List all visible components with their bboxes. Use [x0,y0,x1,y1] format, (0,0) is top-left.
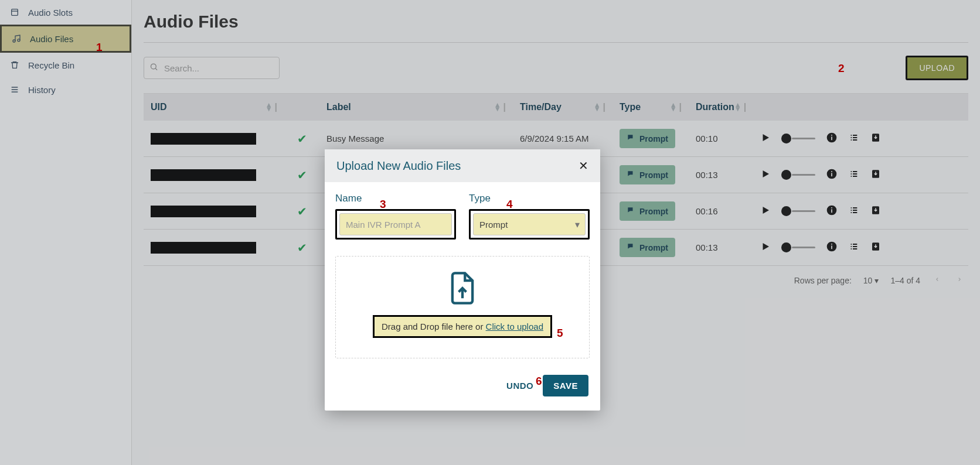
info-icon[interactable] [826,168,838,182]
type-badge: Prompt [620,238,675,257]
modal-title: Upload New Audio Files [336,159,461,173]
info-icon[interactable] [826,132,838,145]
type-field-label: Type [469,193,590,204]
uid-redacted [151,133,256,145]
rows-per-page-label: Rows per page: [794,276,852,285]
svg-point-2 [18,39,20,42]
sidebar-item-audio-files[interactable]: Audio Files [0,25,131,53]
next-page-button[interactable] [954,275,965,285]
svg-point-3 [151,64,156,69]
svg-rect-17 [831,245,832,249]
check-icon: ✔ [297,204,307,218]
download-icon[interactable] [870,204,881,218]
sidebar-item-label: Recycle Bin [28,60,74,70]
svg-rect-5 [831,136,832,140]
svg-rect-14 [831,207,832,208]
cell-duration: 00:10 [689,134,753,143]
toolbar: UPLOAD [144,43,968,86]
menu-icon[interactable] [848,169,860,180]
name-input[interactable] [339,213,452,235]
play-icon[interactable] [760,169,771,181]
name-field-label: Name [335,193,456,204]
search-wrap [144,57,280,79]
play-icon[interactable] [760,132,771,145]
sidebar-item-audio-slots[interactable]: Audio Slots [0,0,131,25]
page-title: Audio Files [144,0,968,43]
cell-duration: 00:16 [689,206,753,216]
volume-slider[interactable] [781,242,815,252]
download-icon[interactable] [870,168,881,182]
col-header-duration[interactable]: Duration▲▼| [689,102,753,112]
save-button[interactable]: SAVE [543,375,588,396]
cell-label: Busy Message [319,134,513,143]
type-badge: Prompt [620,201,675,221]
type-select[interactable] [473,213,586,235]
volume-slider[interactable] [781,134,815,143]
prompt-icon [627,242,635,252]
menu-icon[interactable] [848,242,860,253]
cell-duration: 00:13 [689,242,753,252]
menu-icon[interactable] [848,206,860,217]
col-header-label[interactable]: Label▲▼| [319,102,513,112]
volume-slider[interactable] [781,206,815,216]
check-icon: ✔ [297,132,307,146]
search-icon [149,63,158,74]
list-icon [9,84,20,95]
rows-per-page-select[interactable]: 10 ▾ [863,276,879,285]
uid-redacted [151,206,256,217]
file-dropzone[interactable]: Drag and Drop file here or Click to uplo… [335,256,590,358]
info-icon[interactable] [826,241,838,254]
volume-slider[interactable] [781,170,815,180]
svg-rect-13 [831,209,832,213]
col-header-time[interactable]: Time/Day▲▼| [513,102,612,112]
note-icon [11,33,22,44]
upload-button[interactable]: UPLOAD [906,56,968,80]
upload-file-icon [342,271,583,308]
prev-page-button[interactable] [932,275,942,285]
cell-time: 6/9/2024 9:15 AM [513,134,612,143]
search-input[interactable] [144,57,280,79]
table-header: UID▲▼| Label▲▼| Time/Day▲▼| Type▲▼| Dura… [144,94,968,121]
info-icon[interactable] [826,204,838,218]
svg-rect-10 [831,171,832,172]
col-header-uid[interactable]: UID▲▼| [144,102,284,112]
col-header-type[interactable]: Type▲▼| [612,102,689,112]
check-icon: ✔ [297,168,307,182]
click-to-upload-link[interactable]: Click to upload [486,322,543,331]
caret-down-icon: ▾ [874,276,879,285]
sidebar-item-label: Audio Slots [28,8,73,18]
download-icon[interactable] [870,241,881,254]
svg-rect-9 [831,173,832,176]
uid-redacted [151,242,256,254]
sidebar-item-recycle-bin[interactable]: Recycle Bin [0,53,131,77]
svg-point-1 [13,40,15,42]
modal-header: Upload New Audio Files ✕ [325,149,600,182]
type-badge: Prompt [620,129,675,148]
type-badge: Prompt [620,165,675,184]
prompt-icon [627,170,635,180]
svg-rect-6 [831,135,832,136]
sidebar-item-label: History [28,85,56,95]
svg-rect-18 [831,244,832,245]
prompt-icon [627,206,635,216]
undo-button[interactable]: UNDO [506,381,533,391]
trash-icon [9,60,20,70]
cell-duration: 00:13 [689,170,753,180]
menu-icon[interactable] [848,133,860,144]
close-icon[interactable]: ✕ [579,159,588,173]
upload-modal: Upload New Audio Files ✕ Name Type [325,149,600,411]
layers-icon [9,7,20,18]
play-icon[interactable] [760,205,771,217]
sidebar-item-label: Audio Files [30,34,73,44]
page-range: 1–4 of 4 [890,276,920,285]
uid-redacted [151,169,256,181]
sidebar-item-history[interactable]: History [0,77,131,102]
check-icon: ✔ [297,241,307,255]
svg-rect-0 [12,9,18,16]
sidebar: Audio Slots Audio Files Recycle Bin Hist… [0,0,132,465]
dropzone-text: Drag and Drop file here or Click to uplo… [373,315,552,338]
play-icon[interactable] [760,241,771,254]
download-icon[interactable] [870,132,881,145]
prompt-icon [627,134,635,143]
